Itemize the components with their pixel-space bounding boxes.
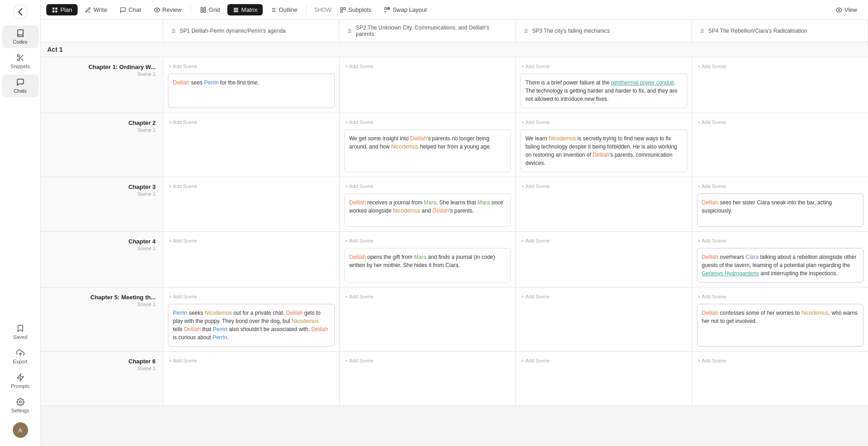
svg-rect-29 [341, 7, 343, 9]
svg-marker-6 [17, 374, 24, 381]
subplots-button[interactable]: Subplots [334, 4, 377, 15]
sidebar-item-settings-label: Settings [11, 408, 29, 413]
add-scene-ch5-sp4[interactable]: + Add Scene [697, 292, 864, 301]
sidebar-item-settings[interactable]: Settings [2, 394, 39, 417]
add-scene-ch3-sp2[interactable]: + Add Scene [344, 182, 511, 191]
add-scene-ch4-sp3[interactable]: + Add Scene [520, 236, 687, 245]
scene-cell-ch1-sp1: + Add Scene Delilah sees Perrin for the … [163, 57, 340, 113]
add-scene-ch4-sp4[interactable]: + Add Scene [697, 236, 864, 245]
geothermal-link[interactable]: geothermal power conduit [611, 79, 674, 86]
table-row: Chapter 6 Scene 1 + Add Scene + Add Scen… [41, 352, 868, 406]
scene-card-ch4-sp4[interactable]: Delilah overhears Ciara talking about a … [697, 248, 864, 282]
scene-card-ch3-sp2[interactable]: Delilah receives a journal from Mara. Sh… [344, 193, 511, 227]
svg-point-0 [17, 55, 20, 57]
review-button[interactable]: Review [148, 4, 187, 15]
svg-rect-11 [55, 10, 57, 12]
scene-cell-ch1-sp3: + Add Scene There is a brief power failu… [516, 57, 692, 113]
avatar[interactable]: A [13, 422, 28, 438]
add-scene-ch2-sp2[interactable]: + Add Scene [344, 118, 511, 127]
chat-button[interactable]: Chat [114, 4, 146, 15]
svg-point-1 [17, 59, 20, 61]
pen-icon [85, 7, 91, 13]
scene-cell-ch6-sp3: + Add Scene [516, 352, 692, 406]
add-scene-ch3-sp4[interactable]: + Add Scene [697, 182, 864, 191]
list-icon-sp4 [698, 28, 705, 34]
chapter-1-info: Chapter 1: Ordinary W... Scene 1 [41, 57, 163, 113]
name-mara: Mara [477, 199, 490, 206]
add-scene-ch5-sp2[interactable]: + Add Scene [344, 292, 511, 301]
genesys-link[interactable]: Genesys Hydrogardens [702, 270, 759, 277]
matrix-button[interactable]: Matrix [227, 4, 263, 15]
chapter-4-name: Chapter 4 [128, 238, 156, 245]
add-scene-ch1-sp3[interactable]: + Add Scene [520, 62, 687, 71]
scene-cell-ch5-sp4: + Add Scene Delilah confesses some of he… [692, 287, 868, 351]
svg-point-34 [838, 9, 840, 11]
write-button[interactable]: Write [79, 4, 113, 15]
scene-card-ch2-sp3[interactable]: We learn Nicodemus is secretly trying to… [520, 129, 687, 172]
scene-cell-ch5-sp3: + Add Scene [516, 287, 692, 351]
svg-rect-31 [341, 10, 343, 12]
name-nicodemus: Nicodemus [549, 135, 576, 142]
chapter-4-scene: Scene 1 [137, 246, 156, 251]
scene-card-ch5-sp4[interactable]: Delilah confesses some of her worries to… [697, 304, 864, 347]
grid-button[interactable]: Grid [195, 4, 226, 15]
sidebar-item-snippets[interactable]: Snippets [2, 50, 39, 73]
sidebar-item-export[interactable]: Export [2, 345, 39, 368]
table-row: Chapter 1: Ordinary W... Scene 1 + Add S… [41, 57, 868, 113]
name-nicodemus: Nicodemus [801, 310, 829, 316]
chapter-5-scene: Scene 1 [137, 302, 156, 307]
outline-button[interactable]: Outline [265, 4, 303, 15]
add-scene-ch4-sp1[interactable]: + Add Scene [168, 236, 335, 245]
name-perrin: Perrin [212, 334, 227, 341]
add-scene-ch3-sp3[interactable]: + Add Scene [520, 182, 687, 191]
name-ciara: Ciara [745, 254, 759, 260]
add-scene-ch2-sp4[interactable]: + Add Scene [697, 118, 864, 127]
plan-button[interactable]: Plan [46, 4, 78, 15]
add-scene-ch1-sp1[interactable]: + Add Scene [168, 62, 335, 71]
add-scene-ch6-sp3[interactable]: + Add Scene [520, 356, 687, 365]
chat-icon [16, 78, 25, 86]
scene-card-ch2-sp2[interactable]: We get some insight into Delilah's paren… [344, 129, 511, 172]
svg-rect-14 [204, 7, 206, 9]
add-scene-ch2-sp1[interactable]: + Add Scene [168, 118, 335, 127]
add-scene-ch6-sp1[interactable]: + Add Scene [168, 356, 335, 365]
add-scene-ch6-sp2[interactable]: + Add Scene [344, 356, 511, 365]
name-delilah: Delilah [432, 208, 449, 214]
sidebar-item-saved[interactable]: Saved [2, 321, 39, 343]
scene-cell-ch6-sp4: + Add Scene [692, 352, 868, 406]
sidebar-item-chats[interactable]: Chats [2, 74, 39, 97]
add-scene-ch6-sp4[interactable]: + Add Scene [697, 356, 864, 365]
swap-layout-button[interactable]: Swap Layout [378, 4, 432, 15]
scene-card-ch4-sp2[interactable]: Delilah opens the gift from Mara and fin… [344, 248, 511, 282]
back-button[interactable] [13, 5, 28, 19]
scene-cell-ch2-sp2: + Add Scene We get some insight into Del… [340, 113, 516, 177]
add-scene-ch1-sp4[interactable]: + Add Scene [697, 62, 864, 71]
scene-cell-ch4-sp4: + Add Scene Delilah overhears Ciara talk… [692, 232, 868, 287]
sidebar-item-prompts[interactable]: Prompts [2, 370, 39, 392]
sidebar-item-codex-label: Codex [13, 39, 28, 45]
scene-cell-ch2-sp3: + Add Scene We learn Nicodemus is secret… [516, 113, 692, 177]
scene-card-ch5-sp1[interactable]: Perrin seeks Nicodemus out for a private… [168, 304, 335, 347]
avatar-initials: A [18, 427, 22, 434]
name-perrin: Perrin [173, 310, 187, 316]
svg-rect-9 [55, 7, 57, 9]
svg-rect-13 [201, 7, 203, 9]
sidebar-item-snippets-label: Snippets [10, 64, 30, 69]
show-label: SHOW: [314, 7, 332, 13]
toolbar: Plan Write Chat Review Grid [41, 0, 868, 20]
add-scene-ch5-sp3[interactable]: + Add Scene [520, 292, 687, 301]
add-scene-ch5-sp1[interactable]: + Add Scene [168, 292, 335, 301]
add-scene-ch3-sp1[interactable]: + Add Scene [168, 182, 335, 191]
sidebar-item-codex[interactable]: Codex [2, 25, 39, 48]
main-area: Plan Write Chat Review Grid [41, 0, 868, 446]
view-button[interactable]: View [830, 4, 863, 15]
scene-card-ch3-sp4[interactable]: Delilah sees her sister Ciara sneak into… [697, 193, 864, 227]
scene-cell-ch3-sp2: + Add Scene Delilah receives a journal f… [340, 177, 516, 231]
add-scene-ch4-sp2[interactable]: + Add Scene [344, 236, 511, 245]
matrix-scroll[interactable]: Act 1 Chapter 1: Ordinary W... Scene 1 +… [41, 42, 868, 446]
add-scene-ch1-sp2[interactable]: + Add Scene [344, 62, 511, 71]
scene-card-ch1-sp1[interactable]: Delilah sees Perrin for the first time. [168, 74, 335, 108]
scene-cell-ch6-sp2: + Add Scene [340, 352, 516, 406]
add-scene-ch2-sp3[interactable]: + Add Scene [520, 118, 687, 127]
scene-card-ch1-sp3[interactable]: There is a brief power failure at the ge… [520, 74, 687, 108]
